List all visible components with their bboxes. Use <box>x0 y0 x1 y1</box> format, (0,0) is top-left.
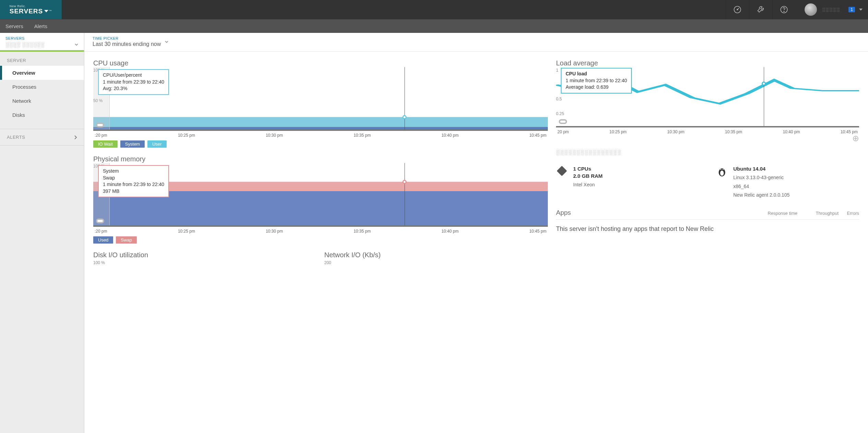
cpu-icon <box>556 165 568 177</box>
server-selector-label: SERVERS <box>5 36 79 40</box>
wrench-icon[interactable] <box>749 0 772 19</box>
agent-version: New Relic agent 2.0.0.105 <box>733 192 789 199</box>
crosshair <box>764 67 764 126</box>
topbar: New Relic. SERVERS ░░░░░ 1 <box>0 0 868 19</box>
sidegroup-alerts[interactable]: ALERTS <box>0 129 84 146</box>
sidebar: SERVERS ░░░░ ░░░░░░ SERVER Overview Proc… <box>0 33 84 433</box>
chevron-down-icon <box>164 39 169 44</box>
crosshair <box>405 163 405 225</box>
svg-point-1 <box>737 9 738 10</box>
ram-size: 2.0 GB RAM <box>573 172 603 180</box>
nav-network[interactable]: Network <box>0 94 84 108</box>
penguin-icon <box>716 165 728 177</box>
notification-badge: 1 <box>848 7 855 12</box>
subnav: Servers Alerts <box>0 19 868 33</box>
legend-user[interactable]: User <box>147 140 166 148</box>
chart-title: Load average <box>556 59 859 67</box>
chart-title: Network I/O (Kb/s) <box>324 251 548 259</box>
avatar <box>805 3 817 16</box>
server-selector-value: ░░░░ ░░░░░░ <box>5 42 45 47</box>
svg-point-10 <box>720 171 724 176</box>
brand-name: SERVERS <box>10 8 43 14</box>
sidegroup-server: SERVER <box>0 52 84 66</box>
time-picker-label: TIME PICKER <box>93 36 161 40</box>
help-icon[interactable] <box>772 0 796 19</box>
network-io-chart: Network I/O (Kb/s) 200 <box>324 251 548 265</box>
crosshair <box>405 67 405 129</box>
slider-handle[interactable] <box>96 219 104 223</box>
disk-io-chart: Disk I/O utilization 100 % <box>93 251 317 265</box>
subnav-alerts[interactable]: Alerts <box>34 23 47 29</box>
cpu-chart: CPU usage 100 % 50 % <box>93 59 548 148</box>
data-point <box>402 180 407 184</box>
svg-rect-8 <box>557 166 567 176</box>
col-response: Response time <box>756 211 797 216</box>
svg-point-11 <box>720 169 721 170</box>
tooltip: CPU/User/percent 1 minute from 22:39 to … <box>98 69 169 95</box>
apps-empty: This server isn't hosting any apps that … <box>556 220 859 238</box>
slider-handle[interactable] <box>559 119 567 124</box>
gauge-icon[interactable] <box>726 0 749 19</box>
tooltip: CPU load 1 minute from 22:39 to 22:40 Av… <box>561 68 632 94</box>
memory-chart: Physical memory 100 % 50 % <box>93 155 548 244</box>
apps-title: Apps <box>556 209 571 216</box>
chart-title: Physical memory <box>93 155 548 163</box>
legend-iowait[interactable]: IO Wait <box>93 140 118 148</box>
content: TIME PICKER Last 30 minutes ending now C… <box>84 33 868 433</box>
legend-used[interactable]: Used <box>93 236 113 244</box>
chevron-down-icon <box>74 42 79 47</box>
data-point <box>402 115 407 119</box>
chevron-right-icon <box>74 135 77 140</box>
add-chart-button[interactable]: ⊕ <box>556 134 859 143</box>
legend-swap[interactable]: Swap <box>116 236 137 244</box>
caret-down-icon <box>859 9 863 11</box>
sidegroup-alerts-label: ALERTS <box>7 135 25 140</box>
nav-overview[interactable]: Overview <box>0 66 84 80</box>
arch: x86_64 <box>733 183 789 190</box>
server-selector[interactable]: SERVERS ░░░░ ░░░░░░ <box>0 33 84 50</box>
nav-disks[interactable]: Disks <box>0 108 84 122</box>
svg-point-3 <box>784 11 784 12</box>
chart-title: CPU usage <box>93 59 548 67</box>
col-errors: Errors <box>839 211 859 216</box>
server-specs: 1 CPUs 2.0 GB RAM Intel Xeon Ubuntu 14.0… <box>556 162 859 202</box>
chart-title: Disk I/O utilization <box>93 251 317 259</box>
svg-point-12 <box>723 169 724 170</box>
col-throughput: Throughput <box>797 211 839 216</box>
time-picker-value: Last 30 minutes ending now <box>93 41 161 47</box>
time-picker[interactable]: TIME PICKER Last 30 minutes ending now <box>84 33 868 52</box>
slider-handle[interactable] <box>96 123 104 127</box>
x-axis: 20 pm10:25 pm10:30 pm10:35 pm10:40 pm10:… <box>556 127 859 134</box>
data-point <box>762 82 766 86</box>
ytick: 100 % <box>93 260 317 265</box>
tooltip: System Swap 1 minute from 22:39 to 22:40… <box>98 165 169 197</box>
svg-rect-5 <box>93 127 548 129</box>
kernel: Linux 3.13.0-43-generic <box>733 174 789 181</box>
brand-dropdown[interactable]: New Relic. SERVERS <box>0 0 62 19</box>
server-name: ░░░░░░░░░░░░░░░░ <box>556 149 859 155</box>
x-axis: :20 pm10:25 pm10:30 pm10:35 pm10:40 pm10… <box>93 227 548 234</box>
os-name: Ubuntu 14.04 <box>733 165 789 172</box>
brand-super: New Relic. <box>10 5 26 8</box>
caret-down-icon <box>44 10 48 12</box>
cpu-count: 1 CPUs <box>573 165 603 172</box>
load-chart: Load average 1 0.5 0.25 CPU <box>556 59 859 143</box>
nav-processes[interactable]: Processes <box>0 80 84 94</box>
ytick: 200 <box>324 260 548 265</box>
cpu-model: Intel Xeon <box>573 182 603 188</box>
x-axis: :20 pm10:25 pm10:30 pm10:35 pm10:40 pm10… <box>93 131 548 138</box>
apps-header: Apps Response time Throughput Errors <box>556 209 859 220</box>
user-name: ░░░░░ <box>822 7 841 12</box>
subnav-servers[interactable]: Servers <box>5 23 23 29</box>
user-menu[interactable]: ░░░░░ 1 <box>796 0 868 19</box>
legend-system[interactable]: System <box>120 140 145 148</box>
